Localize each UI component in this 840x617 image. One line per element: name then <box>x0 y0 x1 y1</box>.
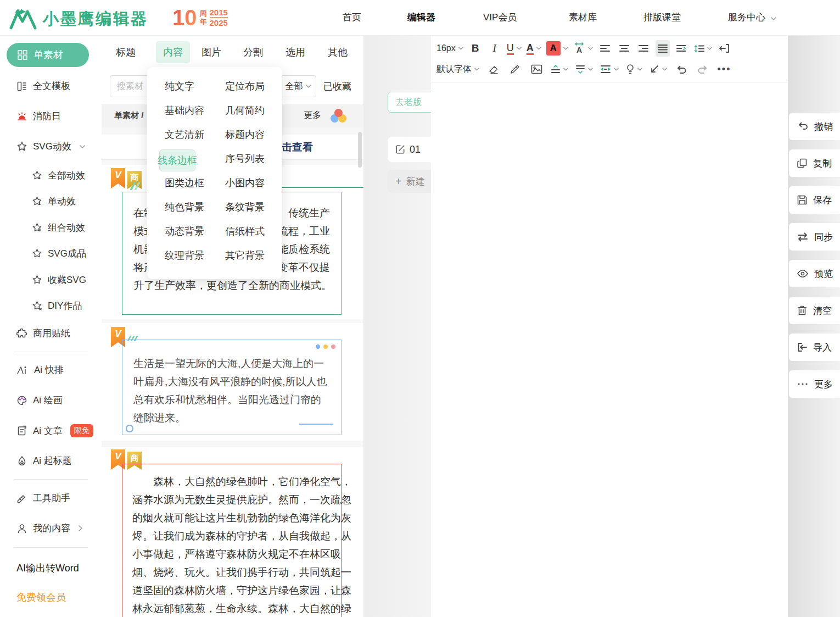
underline-button[interactable]: U <box>507 40 522 57</box>
format-painter-button[interactable] <box>508 61 522 77</box>
menu-item-letter-style[interactable]: 信纸样式 <box>220 222 270 241</box>
sidebar-item-single-material[interactable]: 单素材 <box>7 43 89 67</box>
sidebar-item-svg-animation[interactable]: s SVG动效 <box>16 140 85 153</box>
sidebar-item-fire-day[interactable]: 消防日 <box>16 110 61 123</box>
panel-scrollbar[interactable] <box>358 132 362 168</box>
more-action[interactable]: 更多 <box>789 370 840 398</box>
align-left-button[interactable] <box>598 40 612 57</box>
commercial-badge: 商 <box>127 171 142 189</box>
menu-item-stripe-bg[interactable]: 条纹背景 <box>220 198 270 216</box>
ai-to-word-link[interactable]: AI输出转Word <box>16 562 79 575</box>
clear-format-button[interactable] <box>486 61 501 77</box>
nav-material-library[interactable]: 素材库 <box>569 11 597 24</box>
menu-item-other-bg[interactable]: 其它背景 <box>220 246 270 265</box>
sync-action[interactable]: 同步 <box>789 223 840 251</box>
font-color-button[interactable]: A <box>527 40 541 57</box>
clear-action[interactable]: 清空 <box>789 297 840 324</box>
sidebar-item-full-template[interactable]: 全文模板 <box>16 80 70 92</box>
sidebar-item-ai-article[interactable]: Ai 文章 限免 <box>16 424 93 437</box>
menu-item-line-border[interactable]: 线条边框 <box>159 149 195 171</box>
user-icon <box>16 523 27 534</box>
highlight-tip-button[interactable] <box>626 61 642 77</box>
menu-item-position-layout[interactable]: 定位布局 <box>220 77 270 96</box>
undo-button[interactable] <box>674 61 688 77</box>
sidebar-item-my-content[interactable]: 我的内容 <box>16 522 82 535</box>
filter-select[interactable]: 全部 <box>280 75 316 97</box>
page-tab-01[interactable]: 01 <box>388 137 436 162</box>
sidebar-item-svg-finished[interactable]: SVG成品 <box>32 247 86 260</box>
nav-service-center[interactable]: 服务中心 <box>728 11 776 24</box>
insert-image-button[interactable] <box>529 61 544 77</box>
nav-vip[interactable]: VIP会员 <box>483 11 517 24</box>
menu-item-small-image[interactable]: 小图内容 <box>220 174 270 192</box>
sidebar-item-ai-quick-layout[interactable]: Ai 快排 <box>16 364 64 376</box>
material-card-line-border-blue[interactable]: V 生活是一望无际的大海,人便是大海上的一 叶扁舟,大海没有风平浪静的时候,所以… <box>102 323 363 441</box>
italic-button[interactable]: I <box>488 40 502 57</box>
padding-button[interactable] <box>600 61 619 77</box>
deco-line <box>299 424 333 425</box>
diagonal-arrow-button[interactable] <box>649 61 667 77</box>
highlight-color-button[interactable]: A <box>546 40 568 57</box>
sidebar-item-tool-assistant[interactable]: 工具助手 <box>16 492 70 504</box>
svg-text:N: N <box>38 228 41 232</box>
toolbar-more-button[interactable]: ••• <box>717 61 731 77</box>
material-card-line-border-red[interactable]: V 商 森林，大自然的绿色肺叶，它们净化空气， 涵养水源为无数生灵提供庇护。然而… <box>102 447 363 617</box>
sidebar-item-all-animations[interactable]: s 全部动效 <box>32 169 85 182</box>
sidebar-item-combo-animation[interactable]: N 组合动效 <box>32 221 85 234</box>
font-size-select[interactable]: 16px <box>436 40 463 57</box>
free-vip-link[interactable]: 免费领会员 <box>16 591 66 604</box>
letter-spacing-button[interactable]: A <box>573 40 593 57</box>
align-center-button[interactable] <box>617 40 631 57</box>
redo-button[interactable] <box>696 61 710 77</box>
menu-item-numbered-list[interactable]: 序号列表 <box>220 149 270 168</box>
menu-item-image-border[interactable]: 图类边框 <box>159 174 210 192</box>
nav-home[interactable]: 首页 <box>343 11 361 24</box>
tab-other[interactable]: 其他 <box>328 46 348 59</box>
sidebar-item-commercial-stickers[interactable]: 商用贴纸 <box>16 327 70 340</box>
favorited-button[interactable]: 已收藏 <box>323 80 351 93</box>
menu-item-artsy-fresh[interactable]: 文艺清新 <box>159 125 210 144</box>
import-icon <box>797 342 808 352</box>
editor-canvas[interactable]: 16px B I U A A A <box>431 36 788 617</box>
ruler-pen-icon <box>16 493 27 504</box>
sidebar-item-diy-works[interactable]: DIY作品 <box>32 299 82 312</box>
go-old-version-button[interactable]: 去老版 <box>388 92 435 113</box>
font-family-select[interactable]: 默认字体 <box>436 61 479 77</box>
sidebar-item-ai-painting[interactable]: Ai 绘画 <box>16 394 63 407</box>
copy-action[interactable]: 复制 <box>789 149 840 177</box>
menu-item-pure-text[interactable]: 纯文字 <box>159 77 200 96</box>
sidebar-item-single-animation[interactable]: 1 单动效 <box>32 195 76 208</box>
line-height-button[interactable] <box>694 40 712 57</box>
menu-item-geometric[interactable]: 几何简约 <box>220 101 270 120</box>
more-link[interactable]: 更多 <box>304 110 321 121</box>
new-page-button[interactable]: + 新建 <box>388 170 436 193</box>
menu-item-texture-bg[interactable]: 纹理背景 <box>159 246 210 265</box>
menu-item-title-content[interactable]: 标题内容 <box>220 125 270 144</box>
sidebar-item-ai-title[interactable]: Ai 起标题 <box>16 454 72 467</box>
margin-top-button[interactable] <box>551 61 568 77</box>
tab-image[interactable]: 图片 <box>201 46 221 59</box>
tab-divider[interactable]: 分割 <box>243 46 263 59</box>
outdent-collapse-button[interactable] <box>717 40 731 57</box>
margin-bottom-button[interactable] <box>575 61 593 77</box>
preview-action[interactable]: 预览 <box>789 260 840 287</box>
tab-title[interactable]: 标题 <box>116 46 136 59</box>
brand-name: 小墨鹰编辑器 <box>43 8 148 30</box>
bold-button[interactable]: B <box>468 40 483 57</box>
menu-item-basic-content[interactable]: 基础内容 <box>159 101 210 120</box>
save-action[interactable]: 保存 <box>789 186 840 214</box>
import-action[interactable]: 导入 <box>789 333 840 361</box>
nav-typesetting-class[interactable]: 排版课堂 <box>643 11 681 24</box>
menu-item-dynamic-bg[interactable]: 动态背景 <box>159 222 210 241</box>
align-justify-button[interactable] <box>656 40 670 57</box>
nav-editor[interactable]: 编辑器 <box>407 11 435 24</box>
sidebar-item-favorite-svg[interactable]: 收藏SVG <box>32 274 86 286</box>
menu-item-solid-bg[interactable]: 纯色背景 <box>159 198 210 216</box>
indent-button[interactable] <box>675 40 689 57</box>
tab-selected[interactable]: 选用 <box>285 46 305 59</box>
editor-toolbar: 16px B I U A A A <box>431 36 788 82</box>
chevron-down-icon <box>536 47 541 50</box>
tab-content[interactable]: 内容 <box>156 41 190 63</box>
undo-action[interactable]: 撤销 <box>789 113 840 140</box>
align-right-button[interactable] <box>636 40 651 57</box>
